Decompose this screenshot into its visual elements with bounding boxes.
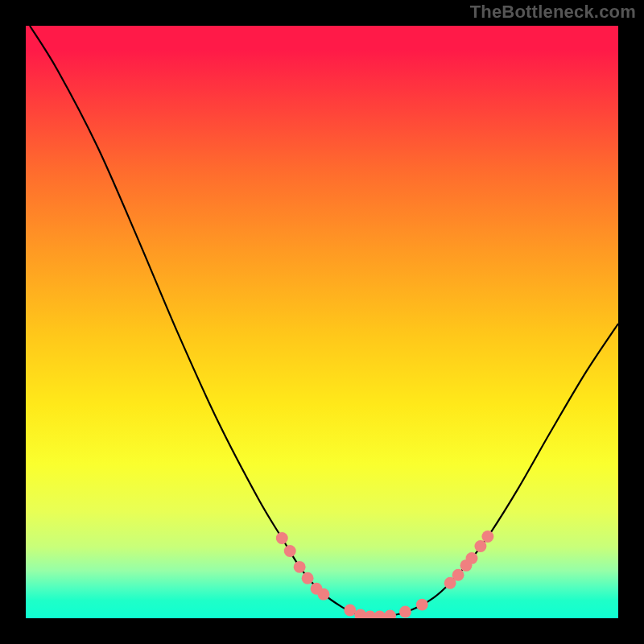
curve-marker bbox=[399, 606, 411, 618]
curve-marker bbox=[416, 599, 428, 611]
curve-markers bbox=[276, 530, 494, 618]
curve-marker bbox=[474, 540, 486, 552]
curve-marker bbox=[481, 530, 493, 543]
curve-marker bbox=[374, 611, 386, 618]
curve-marker bbox=[294, 561, 306, 573]
chart-svg bbox=[26, 26, 618, 618]
watermark-text: TheBottleneck.com bbox=[470, 2, 636, 23]
curve-marker bbox=[452, 569, 464, 581]
curve-marker bbox=[318, 588, 330, 601]
curve-marker bbox=[284, 545, 296, 557]
bottleneck-curve bbox=[30, 26, 618, 617]
curve-marker bbox=[302, 572, 314, 584]
curve-marker bbox=[384, 610, 396, 618]
plot-frame bbox=[24, 24, 620, 620]
curve-marker bbox=[344, 605, 356, 617]
curve-marker bbox=[276, 532, 288, 544]
curve-marker bbox=[466, 552, 478, 564]
